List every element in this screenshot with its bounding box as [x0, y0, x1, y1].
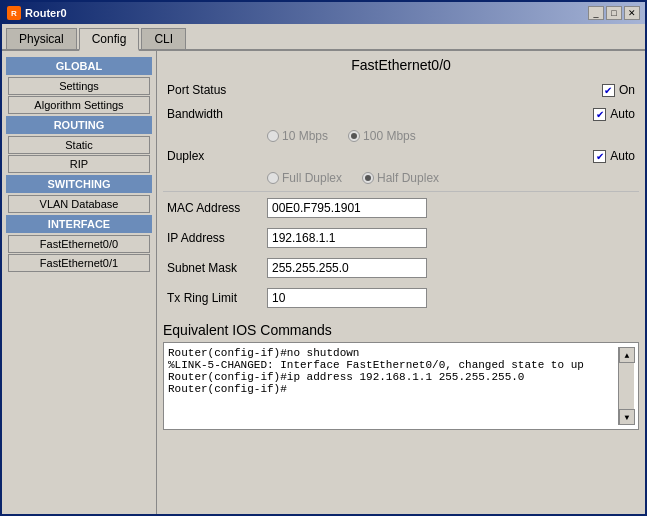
duplex-controls: ✔ Auto	[593, 149, 635, 163]
routing-header: ROUTING	[6, 116, 152, 134]
title-bar: R Router0 _ □ ✕	[2, 2, 645, 24]
half-duplex-option[interactable]: Half Duplex	[362, 171, 439, 185]
bandwidth-label: Bandwidth	[167, 107, 267, 121]
bandwidth-radio-row: 10 Mbps 100 Mbps	[163, 129, 639, 143]
minimize-button[interactable]: _	[588, 6, 604, 20]
port-status-controls: ✔ On	[602, 83, 635, 97]
ios-text: Router(config-if)#no shutdown %LINK-5-CH…	[168, 347, 618, 425]
half-duplex-label: Half Duplex	[377, 171, 439, 185]
bandwidth-100mbps-label: 100 Mbps	[363, 129, 416, 143]
tab-physical[interactable]: Physical	[6, 28, 77, 49]
full-duplex-radio[interactable]	[267, 172, 279, 184]
bandwidth-row: Bandwidth ✔ Auto	[163, 105, 639, 123]
sidebar-item-fastethernet00[interactable]: FastEthernet0/0	[8, 235, 150, 253]
separator	[163, 191, 639, 192]
sidebar-item-algorithm-settings[interactable]: Algorithm Settings	[8, 96, 150, 114]
sidebar-scroll[interactable]: GLOBAL Settings Algorithm Settings ROUTI…	[6, 55, 152, 510]
duplex-label: Duplex	[167, 149, 267, 163]
window-title: Router0	[25, 7, 67, 19]
main-panel: FastEthernet0/0 Port Status ✔ On Bandwid…	[157, 51, 645, 514]
bandwidth-10mbps-radio[interactable]	[267, 130, 279, 142]
full-duplex-option[interactable]: Full Duplex	[267, 171, 342, 185]
global-header: GLOBAL	[6, 57, 152, 75]
scroll-track	[619, 363, 634, 409]
tx-ring-limit-row: Tx Ring Limit	[163, 286, 639, 310]
sidebar-item-fastethernet01[interactable]: FastEthernet0/1	[8, 254, 150, 272]
port-status-label: Port Status	[167, 83, 267, 97]
title-bar-buttons: _ □ ✕	[588, 6, 640, 20]
duplex-radio-row: Full Duplex Half Duplex	[163, 171, 639, 185]
full-duplex-label: Full Duplex	[282, 171, 342, 185]
ip-address-label: IP Address	[167, 231, 267, 245]
content-area: GLOBAL Settings Algorithm Settings ROUTI…	[2, 51, 645, 514]
ios-line-0: Router(config-if)#no shutdown	[168, 347, 618, 359]
mac-address-controls	[267, 198, 635, 218]
duplex-row: Duplex ✔ Auto	[163, 147, 639, 165]
ios-line-4: Router(config-if)#	[168, 383, 618, 395]
tab-config[interactable]: Config	[79, 28, 140, 51]
sidebar-item-settings[interactable]: Settings	[8, 77, 150, 95]
mac-address-row: MAC Address	[163, 196, 639, 220]
tab-cli[interactable]: CLI	[141, 28, 186, 49]
half-duplex-radio[interactable]	[362, 172, 374, 184]
bandwidth-10mbps-option[interactable]: 10 Mbps	[267, 129, 328, 143]
app-icon: R	[7, 6, 21, 20]
ios-line-2: %LINK-5-CHANGED: Interface FastEthernet0…	[168, 359, 618, 371]
ip-address-row: IP Address	[163, 226, 639, 250]
ios-title: Equivalent IOS Commands	[163, 322, 639, 338]
subnet-mask-controls	[267, 258, 635, 278]
ios-line-3: Router(config-if)#ip address 192.168.1.1…	[168, 371, 618, 383]
bandwidth-100mbps-option[interactable]: 100 Mbps	[348, 129, 416, 143]
ios-terminal[interactable]: Router(config-if)#no shutdown %LINK-5-CH…	[163, 342, 639, 430]
mac-address-label: MAC Address	[167, 201, 267, 215]
duplex-checkbox-label: Auto	[610, 149, 635, 163]
subnet-mask-label: Subnet Mask	[167, 261, 267, 275]
bandwidth-checkbox-label: Auto	[610, 107, 635, 121]
tab-bar: Physical Config CLI	[2, 24, 645, 51]
bandwidth-100mbps-radio[interactable]	[348, 130, 360, 142]
port-status-checkbox-label: On	[619, 83, 635, 97]
switching-header: SWITCHING	[6, 175, 152, 193]
ios-section: Equivalent IOS Commands Router(config-if…	[163, 322, 639, 430]
ip-address-input[interactable]	[267, 228, 427, 248]
port-status-checkbox[interactable]: ✔	[602, 84, 615, 97]
close-button[interactable]: ✕	[624, 6, 640, 20]
sidebar-item-static[interactable]: Static	[8, 136, 150, 154]
subnet-mask-input[interactable]	[267, 258, 427, 278]
bandwidth-checkbox[interactable]: ✔	[593, 108, 606, 121]
bandwidth-10mbps-label: 10 Mbps	[282, 129, 328, 143]
interface-title: FastEthernet0/0	[163, 57, 639, 73]
scroll-down-arrow[interactable]: ▼	[619, 409, 635, 425]
main-window: R Router0 _ □ ✕ Physical Config CLI GLOB…	[0, 0, 647, 516]
sidebar-item-vlan[interactable]: VLAN Database	[8, 195, 150, 213]
bandwidth-controls: ✔ Auto	[593, 107, 635, 121]
duplex-checkbox[interactable]: ✔	[593, 150, 606, 163]
tx-ring-limit-label: Tx Ring Limit	[167, 291, 267, 305]
ios-scrollbar: ▲ ▼	[618, 347, 634, 425]
interface-header: INTERFACE	[6, 215, 152, 233]
tx-ring-limit-controls	[267, 288, 635, 308]
port-status-row: Port Status ✔ On	[163, 81, 639, 99]
scroll-up-arrow[interactable]: ▲	[619, 347, 635, 363]
ip-address-controls	[267, 228, 635, 248]
sidebar-item-rip[interactable]: RIP	[8, 155, 150, 173]
tx-ring-limit-input[interactable]	[267, 288, 427, 308]
sidebar: GLOBAL Settings Algorithm Settings ROUTI…	[2, 51, 157, 514]
maximize-button[interactable]: □	[606, 6, 622, 20]
subnet-mask-row: Subnet Mask	[163, 256, 639, 280]
mac-address-input[interactable]	[267, 198, 427, 218]
title-bar-left: R Router0	[7, 6, 67, 20]
